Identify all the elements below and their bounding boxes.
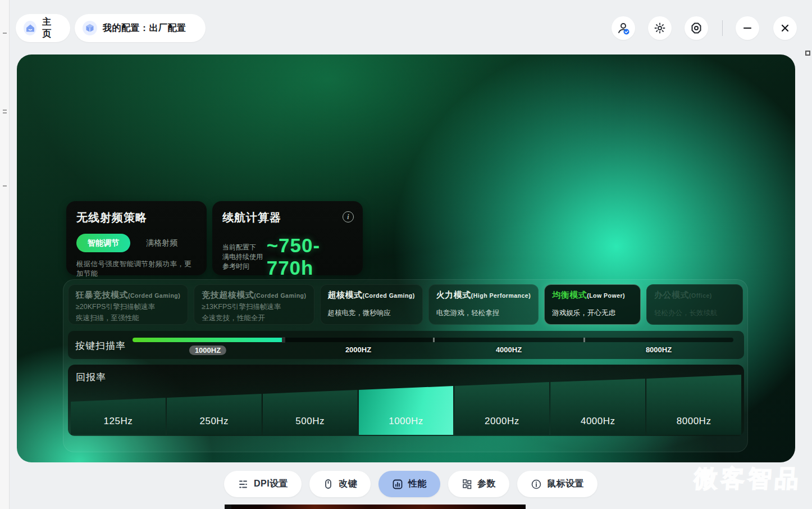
scan-option-1000hz[interactable]: 1000HZ [189,346,226,355]
mode-card-office[interactable]: 办公模式(Office) 轻松办公，长效续航 [646,284,743,325]
scan-rate-slider[interactable] [133,338,733,342]
mouse-icon [323,479,334,489]
minimize-icon [742,22,753,34]
cube-icon [83,21,97,35]
report-rate-option-4000hz[interactable]: 4000Hz [550,372,645,435]
performance-controls: 狂暴竞技模式(Corded Gaming) ≥20KFPS引擎扫描帧速率 疾速扫… [63,279,748,452]
key-scan-rate-section: 按键扫描率 1000HZ 2000HZ 4000HZ 8000HZ [68,331,744,359]
performance-chart-icon [392,479,403,490]
title-bar: 主页 我的配置：出厂配置 [10,0,812,54]
tab-performance[interactable]: 性能 [378,471,440,497]
home-icon [24,21,37,35]
mode-card-corded-rage[interactable]: 狂暴竞技模式(Corded Gaming) ≥20KFPS引擎扫描帧速率 疾速扫… [68,284,188,325]
rf-card-title: 无线射频策略 [76,210,197,225]
titlebar-divider [722,20,723,36]
tab-dpi-settings[interactable]: DPI设置 [224,471,302,497]
user-icon [617,21,630,35]
scan-tick [583,338,585,342]
mode-card-firepower[interactable]: 火力模式(High Performance) 电竞游戏，轻松拿捏 [428,284,539,325]
close-button[interactable] [773,16,797,40]
account-button[interactable] [612,16,635,40]
report-rate-option-500hz[interactable]: 500Hz [263,372,358,435]
watermark: 微客智品 [693,463,803,494]
info-icon[interactable]: i [343,211,354,222]
scan-rate-label: 按键扫描率 [75,339,126,352]
report-rate-option-2000hz[interactable]: 2000Hz [454,372,549,435]
rf-full-option[interactable]: 满格射频 [146,238,177,248]
minimize-button[interactable] [736,16,759,40]
scan-tick [433,338,435,342]
battery-calculator-card: 续航计算器 i 当前配置下 满电持续使用 参考时间 ~750-770h [212,201,363,275]
report-rate-option-250hz[interactable]: 250Hz [167,372,262,435]
config-button[interactable]: 我的配置：出厂配置 [75,14,206,42]
home-label: 主页 [42,16,59,40]
rf-card-description: 根据信号强度智能调节射频功率，更加节能 [76,260,197,279]
home-button[interactable]: 主页 [16,14,70,42]
battery-note: 当前配置下 满电持续使用 参考时间 [222,243,267,271]
config-label: 我的配置：出厂配置 [103,22,186,34]
tab-parameters[interactable]: 参数 [448,471,509,497]
report-rate-option-1000hz[interactable]: 1000Hz [359,372,454,435]
bottom-toolbar: DPI设置 改键 性能 参数 [10,471,812,497]
brightness-button[interactable] [648,16,672,40]
mode-card-supercore[interactable]: 超核模式(Corded Gaming) 超核电竞，微秒响应 [320,284,423,325]
settings-button[interactable] [685,16,708,40]
rf-smart-option[interactable]: 智能调节 [76,234,130,252]
battery-life-value: ~750-770h [267,234,353,279]
report-rate-section: 回报率 125Hz 250Hz 500Hz 1000Hz 2000Hz 4000… [68,365,744,436]
mouse-info-icon [531,479,542,490]
background-window-edge [0,0,10,509]
report-rate-option-125hz[interactable]: 125Hz [71,372,166,435]
mode-card-corded-super[interactable]: 竞技超核模式(Corded Gaming) ≥13KFPS引擎扫描帧速率 全速竞… [194,284,314,325]
mode-card-balanced[interactable]: 均衡模式(Low Power) 游戏娱乐，开心无虑 [544,284,641,325]
rf-strategy-card: 无线射频策略 智能调节 满格射频 根据信号强度智能调节射频功率，更加节能 [66,201,207,275]
tab-key-remap[interactable]: 改键 [309,471,371,497]
report-rate-option-8000hz[interactable]: 8000Hz [646,372,741,435]
parameters-grid-icon [462,479,472,489]
dpi-levels-icon [238,479,249,490]
mode-selector: 狂暴竞技模式(Corded Gaming) ≥20KFPS引擎扫描帧速率 疾速扫… [68,284,743,325]
report-rate-bars: 125Hz 250Hz 500Hz 1000Hz 2000Hz 4000Hz 8… [71,372,741,435]
battery-card-title: 续航计算器 [222,210,353,225]
settings-gear-icon [690,21,703,35]
scan-option-4000hz[interactable]: 4000HZ [496,346,522,354]
brightness-icon [654,22,666,34]
scan-rate-fill [133,338,283,342]
performance-panel: 无线射频策略 智能调节 满格射频 根据信号强度智能调节射频功率，更加节能 续航计… [17,54,795,462]
background-window-strip [225,505,526,509]
scan-option-2000hz[interactable]: 2000HZ [345,346,371,354]
scan-rate-thumb[interactable] [282,337,285,343]
tab-mouse-settings[interactable]: 鼠标设置 [517,471,597,497]
scan-option-8000hz[interactable]: 8000HZ [646,346,672,354]
close-icon [779,22,791,34]
